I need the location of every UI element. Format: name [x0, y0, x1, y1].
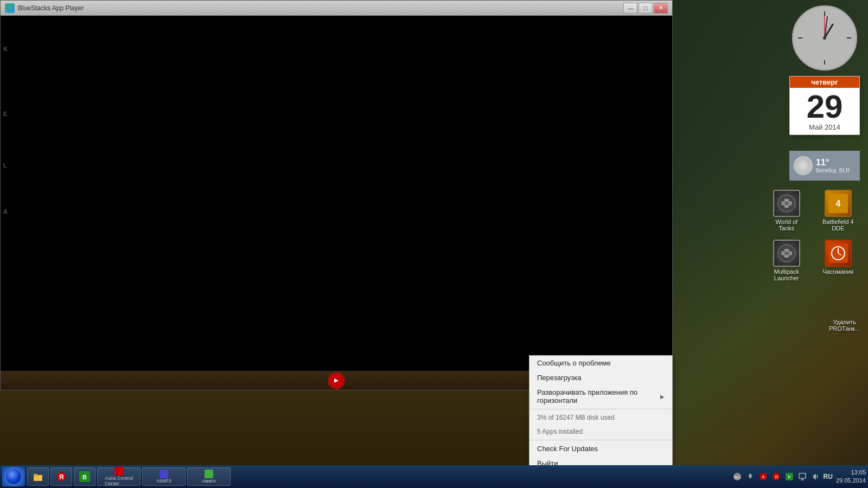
taskbar: Я B Avira ControlCenter AIMP3	[0, 465, 868, 488]
taskbar-bluestacks[interactable]: B	[74, 467, 95, 486]
weather-city: Витебск, BLR	[816, 168, 850, 174]
context-menu-restart[interactable]: Перезагрузка	[529, 370, 672, 385]
avira-icon	[114, 467, 123, 476]
taskbar-avira[interactable]: Avira ControlCenter	[97, 467, 141, 486]
start-button[interactable]	[2, 467, 25, 486]
wot-icon-label: World ofTanks	[776, 219, 798, 232]
taskbar-avira-label: Avira ControlCenter	[105, 476, 133, 486]
weather-temperature: 11°	[816, 158, 850, 168]
desktop-icon-wot[interactable]: World ofTanks	[765, 190, 808, 232]
notification-area: RU A Я	[732, 468, 866, 485]
bluestacks-icon	[5, 3, 15, 13]
svg-text:A: A	[762, 474, 765, 479]
taskbar-amigo-label: Амиго	[202, 478, 215, 484]
taskbar-yandex-browser[interactable]: Я	[50, 467, 72, 486]
file-explorer-icon	[32, 471, 44, 483]
svg-point-14	[784, 201, 789, 206]
context-menu-apps-installed: 5 Apps installed	[529, 425, 672, 439]
clock-face	[794, 7, 856, 69]
clock-time: 13:05	[836, 468, 866, 477]
tray-icon-yandex[interactable]: Я	[771, 472, 781, 481]
svg-text:B: B	[788, 474, 790, 479]
minimize-button[interactable]: —	[623, 3, 637, 14]
window-controls: — □ ✕	[623, 3, 668, 14]
calendar-widget: четверг 29 Май 2014	[789, 76, 860, 135]
svg-text:4: 4	[836, 199, 841, 208]
desktop-icon-bf4[interactable]: 4 Battlefield 4DDE	[816, 190, 860, 232]
bluestacks-content: K E L A	[1, 16, 672, 390]
context-menu-separator-1	[529, 409, 672, 409]
svg-rect-41	[799, 473, 806, 478]
desktop-icon-multipack[interactable]: MultipackLauncher	[765, 240, 808, 281]
taskbar-aimp[interactable]: AIMP3	[142, 467, 186, 486]
context-menu: Сообщить о проблеме Перезагрузка Развора…	[529, 355, 673, 471]
taskbar-aimp-label: AIMP3	[156, 478, 171, 484]
bf4-icon-label: Battlefield 4DDE	[822, 219, 853, 232]
calendar-month-year: Май 2014	[790, 123, 859, 134]
aimp-icon	[159, 470, 168, 478]
tray-icon-avira[interactable]: A	[758, 472, 768, 481]
desktop-icon-delete[interactable]: ✕ УдалитьPROTанк...	[829, 319, 860, 332]
sidebar-letter-k: K	[3, 46, 8, 52]
svg-point-10	[823, 36, 826, 40]
chasomanya-icon-label: Часомания	[822, 268, 853, 275]
calendar-day: 29	[790, 88, 859, 123]
multipack-icon-label: MultipackLauncher	[774, 268, 799, 281]
close-button[interactable]: ✕	[654, 3, 668, 14]
desktop-icon-chasomanya[interactable]: Часомания	[816, 240, 860, 281]
taskbar-file-explorer[interactable]	[27, 467, 49, 486]
chasomanya-icon	[825, 240, 852, 267]
bluestacks-window: BlueStacks App Player — □ ✕ K E L A	[0, 0, 673, 390]
window-title: BlueStacks App Player	[18, 4, 623, 12]
svg-text:B: B	[82, 474, 87, 480]
bluestacks-logo	[328, 372, 345, 389]
tray-icon-1[interactable]: RU	[732, 472, 742, 481]
desktop: BlueStacks App Player — □ ✕ K E L A	[0, 0, 868, 488]
tray-icon-monitor[interactable]	[797, 472, 807, 481]
multipack-icon	[773, 240, 800, 267]
window-titlebar: BlueStacks App Player — □ ✕	[1, 1, 672, 16]
system-clock[interactable]: 13:05 29.05.2014	[836, 468, 866, 485]
maximize-button[interactable]: □	[639, 3, 653, 14]
submenu-arrow-icon: ▶	[660, 394, 665, 400]
tray-icon-network[interactable]	[745, 472, 755, 481]
context-menu-separator-2	[529, 440, 672, 440]
calendar-header: четверг	[790, 76, 859, 88]
weather-widget: 11° Витебск, BLR	[789, 151, 860, 181]
wot-icon	[773, 190, 800, 217]
svg-rect-28	[34, 474, 37, 476]
context-menu-check-updates[interactable]: Check For Updates	[529, 441, 672, 456]
clock-date: 29.05.2014	[836, 477, 866, 485]
context-menu-horizontal[interactable]: Разворачивать приложения по горизонтали …	[529, 385, 672, 408]
tray-icon-bluestacks[interactable]: B	[784, 472, 794, 481]
tray-icon-volume[interactable]	[810, 472, 820, 481]
svg-point-1	[8, 7, 11, 10]
sidebar-letter-l: L	[3, 162, 7, 169]
language-indicator[interactable]: RU	[824, 473, 833, 480]
weather-info: 11° Витебск, BLR	[816, 158, 850, 174]
svg-text:RU: RU	[734, 475, 741, 480]
yandex-browser-icon: Я	[55, 471, 67, 483]
analog-clock-widget	[792, 5, 857, 70]
weather-icon	[794, 156, 813, 175]
delete-icon-label: УдалитьPROTанк...	[829, 319, 860, 332]
desktop-icons-grid: World ofTanks 4 Battlefield 4DDE	[765, 190, 860, 281]
sidebar-letter-e: E	[3, 111, 7, 117]
bluestacks-taskbar-icon: B	[79, 471, 91, 483]
svg-text:Я: Я	[774, 474, 778, 480]
amigo-icon	[205, 470, 213, 478]
sidebar-letter-a: A	[3, 208, 8, 215]
svg-text:Я: Я	[59, 473, 64, 481]
context-menu-disk-usage: 3% of 16247 MB disk used	[529, 410, 672, 425]
start-orb-icon	[6, 469, 21, 484]
taskbar-amigo[interactable]: Амиго	[187, 467, 231, 486]
context-menu-report[interactable]: Сообщить о проблеме	[529, 356, 672, 370]
bf4-icon: 4	[825, 190, 852, 217]
svg-point-20	[784, 251, 789, 255]
